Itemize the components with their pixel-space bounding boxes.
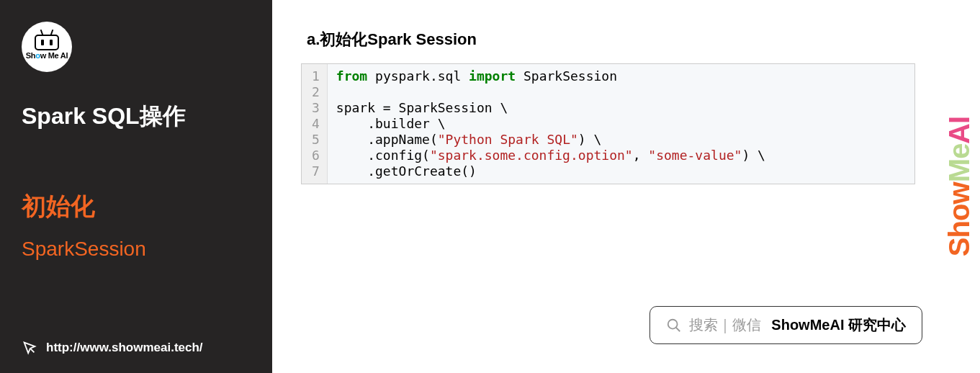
section-subtitle: SparkSession	[22, 238, 251, 261]
sidebar: Show Me AI Spark SQL操作 初始化 SparkSession …	[0, 0, 272, 373]
footer-url: http://www.showmeai.tech/	[46, 341, 203, 355]
search-hint: 搜索｜微信	[689, 315, 761, 335]
code-block: 1234567 from pyspark.sql import SparkSes…	[301, 63, 915, 184]
code-content: from pyspark.sql import SparkSession spa…	[328, 64, 774, 184]
search-brand: ShowMeAI 研究中心	[771, 315, 906, 335]
code-heading: a.初始化Spark Session	[301, 29, 915, 50]
search-box[interactable]: 搜索｜微信 ShowMeAI 研究中心	[649, 306, 922, 344]
logo: Show Me AI	[22, 22, 72, 72]
logo-face-icon	[35, 35, 59, 50]
cursor-icon	[22, 340, 37, 356]
watermark: ShowMeAI	[943, 117, 976, 256]
footer-link[interactable]: http://www.showmeai.tech/	[22, 340, 203, 356]
main-content: a.初始化Spark Session 1234567 from pyspark.…	[272, 0, 980, 373]
line-gutter: 1234567	[302, 64, 328, 184]
svg-line-1	[676, 327, 680, 331]
svg-point-0	[668, 319, 678, 328]
sidebar-title: Spark SQL操作	[22, 101, 251, 132]
logo-text: Show Me AI	[26, 51, 68, 60]
search-icon	[666, 318, 682, 333]
section-title: 初始化	[22, 190, 251, 223]
